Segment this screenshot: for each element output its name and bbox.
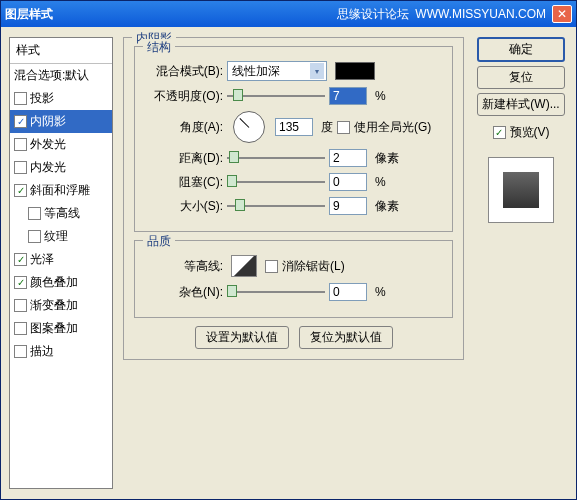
distance-label: 距离(D): — [145, 150, 223, 167]
style-checkbox[interactable]: ✓ — [14, 115, 27, 128]
size-label: 大小(S): — [145, 198, 223, 215]
ok-button[interactable]: 确定 — [477, 37, 565, 62]
style-item[interactable]: 渐变叠加 — [10, 294, 112, 317]
style-label: 内发光 — [30, 159, 66, 176]
structure-title: 结构 — [143, 39, 175, 56]
contour-picker[interactable] — [231, 255, 257, 277]
style-label: 描边 — [30, 343, 54, 360]
main-panel: 内阴影 结构 混合模式(B): 线性加深 ▾ 不透明度(O): — [123, 37, 464, 489]
new-style-button[interactable]: 新建样式(W)... — [477, 93, 565, 116]
angle-label: 角度(A): — [145, 119, 223, 136]
angle-unit: 度 — [321, 119, 333, 136]
opacity-label: 不透明度(O): — [145, 88, 223, 105]
style-item[interactable]: 描边 — [10, 340, 112, 363]
window-title: 图层样式 — [5, 6, 53, 23]
style-checkbox[interactable] — [14, 299, 27, 312]
choke-unit: % — [375, 175, 386, 189]
antialias-label: 消除锯齿(L) — [282, 258, 345, 275]
style-label: 光泽 — [30, 251, 54, 268]
right-panel: 确定 复位 新建样式(W)... ✓ 预览(V) — [474, 37, 568, 489]
brand-text: 思缘设计论坛 — [337, 6, 409, 23]
angle-dial[interactable] — [233, 111, 265, 143]
style-checkbox[interactable] — [28, 230, 41, 243]
style-item[interactable]: ✓光泽 — [10, 248, 112, 271]
chevron-down-icon: ▾ — [310, 63, 324, 79]
style-checkbox[interactable]: ✓ — [14, 276, 27, 289]
style-checkbox[interactable] — [14, 138, 27, 151]
styles-header: 样式 — [10, 38, 112, 64]
style-item[interactable]: ✓颜色叠加 — [10, 271, 112, 294]
style-item[interactable]: 内发光 — [10, 156, 112, 179]
style-label: 颜色叠加 — [30, 274, 78, 291]
preview-box — [488, 157, 554, 223]
contour-label: 等高线: — [145, 258, 223, 275]
distance-unit: 像素 — [375, 150, 399, 167]
opacity-input[interactable]: 7 — [329, 87, 367, 105]
distance-input[interactable]: 2 — [329, 149, 367, 167]
choke-input[interactable]: 0 — [329, 173, 367, 191]
style-label: 纹理 — [44, 228, 68, 245]
global-light-checkbox[interactable] — [337, 121, 350, 134]
style-checkbox[interactable]: ✓ — [14, 253, 27, 266]
blend-options[interactable]: 混合选项:默认 — [10, 64, 112, 87]
choke-label: 阻塞(C): — [145, 174, 223, 191]
style-item[interactable]: 外发光 — [10, 133, 112, 156]
style-label: 渐变叠加 — [30, 297, 78, 314]
preview-thumbnail — [503, 172, 539, 208]
preview-label: 预览(V) — [510, 124, 550, 141]
distance-slider[interactable] — [227, 151, 325, 165]
close-icon[interactable]: ✕ — [552, 5, 572, 23]
style-checkbox[interactable] — [14, 322, 27, 335]
global-light-label: 使用全局光(G) — [354, 119, 431, 136]
opacity-slider[interactable] — [227, 89, 325, 103]
titlebar: 图层样式 思缘设计论坛 WWW.MISSYUAN.COM ✕ — [1, 1, 576, 27]
set-default-button[interactable]: 设置为默认值 — [195, 326, 289, 349]
style-item[interactable]: 投影 — [10, 87, 112, 110]
size-unit: 像素 — [375, 198, 399, 215]
inner-shadow-fieldset: 内阴影 结构 混合模式(B): 线性加深 ▾ 不透明度(O): — [123, 37, 464, 360]
style-label: 斜面和浮雕 — [30, 182, 90, 199]
preview-checkbox[interactable]: ✓ — [493, 126, 506, 139]
style-checkbox[interactable] — [28, 207, 41, 220]
style-checkbox[interactable] — [14, 161, 27, 174]
color-swatch[interactable] — [335, 62, 375, 80]
styles-list: 投影✓内阴影外发光内发光✓斜面和浮雕等高线纹理✓光泽✓颜色叠加渐变叠加图案叠加描… — [10, 87, 112, 488]
quality-title: 品质 — [143, 233, 175, 250]
style-label: 外发光 — [30, 136, 66, 153]
reset-default-button[interactable]: 复位为默认值 — [299, 326, 393, 349]
style-checkbox[interactable] — [14, 345, 27, 358]
quality-fieldset: 品质 等高线: 消除锯齿(L) 杂色(N): 0 % — [134, 240, 453, 318]
structure-fieldset: 结构 混合模式(B): 线性加深 ▾ 不透明度(O): 7 % — [134, 46, 453, 232]
blend-mode-select[interactable]: 线性加深 ▾ — [227, 61, 327, 81]
noise-input[interactable]: 0 — [329, 283, 367, 301]
style-label: 等高线 — [44, 205, 80, 222]
style-item[interactable]: 等高线 — [10, 202, 112, 225]
style-item[interactable]: 图案叠加 — [10, 317, 112, 340]
size-slider[interactable] — [227, 199, 325, 213]
noise-label: 杂色(N): — [145, 284, 223, 301]
style-item[interactable]: ✓内阴影 — [10, 110, 112, 133]
layer-style-dialog: 图层样式 思缘设计论坛 WWW.MISSYUAN.COM ✕ 样式 混合选项:默… — [0, 0, 577, 500]
style-item[interactable]: 纹理 — [10, 225, 112, 248]
style-item[interactable]: ✓斜面和浮雕 — [10, 179, 112, 202]
opacity-unit: % — [375, 89, 386, 103]
style-label: 图案叠加 — [30, 320, 78, 337]
style-checkbox[interactable] — [14, 92, 27, 105]
style-checkbox[interactable]: ✓ — [14, 184, 27, 197]
choke-slider[interactable] — [227, 175, 325, 189]
reset-button[interactable]: 复位 — [477, 66, 565, 89]
noise-unit: % — [375, 285, 386, 299]
styles-panel: 样式 混合选项:默认 投影✓内阴影外发光内发光✓斜面和浮雕等高线纹理✓光泽✓颜色… — [9, 37, 113, 489]
blend-mode-label: 混合模式(B): — [145, 63, 223, 80]
size-input[interactable]: 9 — [329, 197, 367, 215]
style-label: 投影 — [30, 90, 54, 107]
style-label: 内阴影 — [30, 113, 66, 130]
angle-input[interactable]: 135 — [275, 118, 313, 136]
antialias-checkbox[interactable] — [265, 260, 278, 273]
brand-url: WWW.MISSYUAN.COM — [415, 7, 546, 21]
noise-slider[interactable] — [227, 285, 325, 299]
